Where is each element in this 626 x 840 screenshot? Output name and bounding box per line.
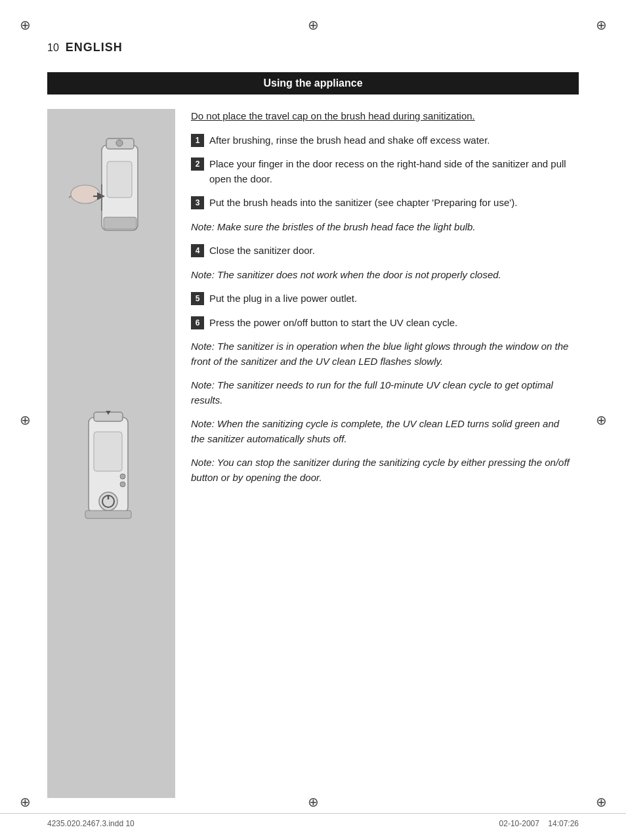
page-language: ENGLISH (66, 41, 123, 54)
step-2-text: Place your finger in the door recess on … (209, 157, 574, 186)
step-3-text: Put the brush heads into the sanitizer (… (209, 196, 517, 211)
svg-point-4 (71, 185, 100, 203)
crop-mark-rm: ⊕ (595, 413, 608, 427)
footer-filename: 4235.020.2467.3.indd 10 (47, 819, 135, 828)
page-footer: 4235.020.2467.3.indd 10 02-10-2007 14:07… (0, 813, 626, 828)
main-content: Using the appliance (47, 72, 579, 788)
step-6-text: Press the power on/off button to start t… (209, 316, 457, 331)
step-5: 5 Put the plug in a live power outlet. (191, 291, 574, 306)
note-6: Note: You can stop the sanitizer during … (191, 455, 574, 485)
step-3: 3 Put the brush heads into the sanitizer… (191, 196, 574, 211)
device-image-1 (54, 129, 169, 260)
crop-mark-tl: ⊕ (18, 18, 31, 32)
step-5-number: 5 (191, 292, 204, 305)
right-content: Do not place the travel cap on the brush… (175, 109, 579, 798)
step-5-text: Put the plug in a live power outlet. (209, 291, 357, 306)
warning-text: Do not place the travel cap on the brush… (191, 109, 574, 124)
content-layout: Do not place the travel cap on the brush… (47, 109, 579, 798)
page-header: 10 ENGLISH (47, 41, 123, 54)
warning-message: Do not place the travel cap on the brush… (191, 110, 475, 121)
step-2: 2 Place your finger in the door recess o… (191, 157, 574, 186)
step-1-number: 1 (191, 134, 204, 147)
device-image-2 (54, 404, 169, 549)
step-1: 1 After brushing, rinse the brush head a… (191, 133, 574, 148)
device-illustration-2 (69, 411, 154, 542)
crop-mark-lm: ⊕ (18, 413, 31, 427)
svg-rect-16 (85, 511, 131, 518)
step-6-number: 6 (191, 316, 204, 329)
step-2-number: 2 (191, 158, 204, 171)
note-5-text: Note: When the sanitizing cycle is compl… (191, 418, 559, 444)
crop-mark-bl: ⊕ (18, 795, 31, 808)
note-6-text: Note: You can stop the sanitizer during … (191, 457, 570, 483)
svg-rect-2 (107, 161, 132, 198)
crop-mark-tr: ⊕ (595, 18, 608, 32)
svg-rect-3 (104, 217, 136, 229)
svg-rect-10 (94, 432, 122, 471)
note-1-text: Note: Make sure the bristles of the brus… (191, 221, 476, 232)
crop-mark-br: ⊕ (595, 795, 608, 808)
note-1: Note: Make sure the bristles of the brus… (191, 220, 574, 235)
step-4-text: Close the sanitizer door. (209, 243, 315, 259)
section-header: Using the appliance (47, 72, 579, 94)
gray-sidebar (47, 109, 175, 798)
note-4-text: Note: The sanitizer needs to run for the… (191, 379, 553, 406)
note-4: Note: The sanitizer needs to run for the… (191, 378, 574, 408)
crop-mark-tc: ⊕ (306, 18, 320, 32)
svg-point-15 (120, 482, 125, 487)
footer-datetime: 02-10-2007 14:07:26 (499, 819, 579, 828)
note-2: Note: The sanitizer does not work when t… (191, 268, 574, 283)
step-1-text: After brushing, rinse the brush head and… (209, 133, 490, 148)
svg-point-14 (120, 474, 125, 479)
page-number: 10 (47, 42, 59, 54)
note-5: Note: When the sanitizing cycle is compl… (191, 417, 574, 446)
svg-point-6 (116, 140, 123, 146)
device-illustration-1 (66, 132, 157, 257)
note-3: Note: The sanitizer is in operation when… (191, 339, 574, 369)
step-4: 4 Close the sanitizer door. (191, 243, 574, 259)
step-4-number: 4 (191, 244, 204, 257)
step-3-number: 3 (191, 196, 204, 209)
section-title: Using the appliance (263, 77, 362, 89)
note-2-text: Note: The sanitizer does not work when t… (191, 269, 501, 280)
step-6: 6 Press the power on/off button to start… (191, 316, 574, 331)
note-3-text: Note: The sanitizer is in operation when… (191, 341, 568, 367)
